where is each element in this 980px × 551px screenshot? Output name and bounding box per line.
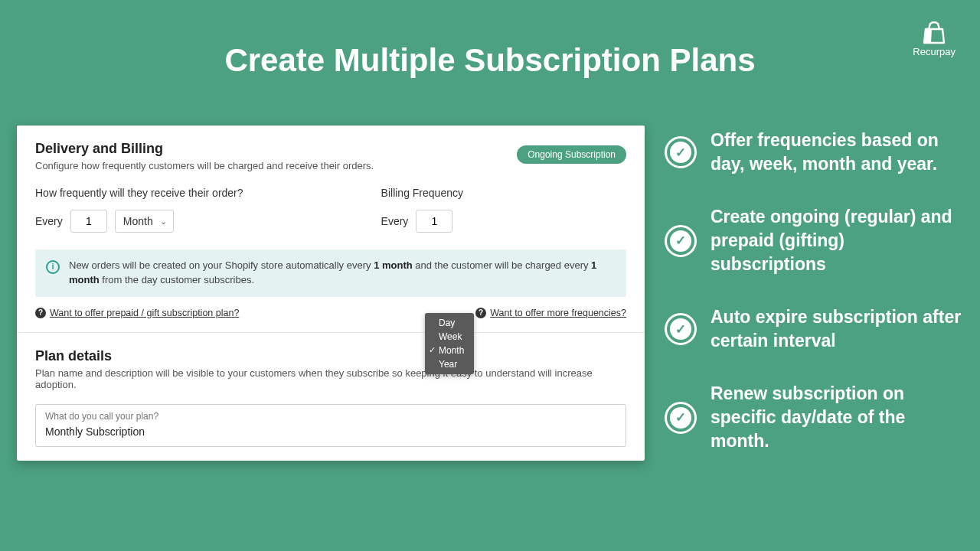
order-frequency-label: How frequently will they receive their o… xyxy=(35,187,243,199)
every-label: Every xyxy=(381,215,409,227)
billing-unit-dropdown[interactable]: Day Week Month Year xyxy=(425,313,474,374)
billing-frequency-label: Billing Frequency xyxy=(381,187,463,199)
delivery-billing-section: Delivery and Billing Configure how frequ… xyxy=(17,126,645,333)
settings-panel: Delivery and Billing Configure how frequ… xyxy=(17,126,645,461)
brand-logo: Recurpay xyxy=(913,21,956,57)
chevron-down-icon: ⌄ xyxy=(160,217,167,227)
shopping-bag-icon xyxy=(921,21,947,44)
check-icon: ✓ xyxy=(665,402,697,434)
question-icon: ? xyxy=(475,308,486,318)
feature-text: Offer frequencies based on day, week, mo… xyxy=(710,129,963,176)
dropdown-option-week[interactable]: Week xyxy=(425,330,474,344)
feature-item: ✓ Renew subscription on specific day/dat… xyxy=(665,382,963,453)
brand-name: Recurpay xyxy=(913,46,956,57)
order-unit-select[interactable]: Month ⌄ xyxy=(115,210,174,233)
dropdown-option-day[interactable]: Day xyxy=(425,316,474,330)
plan-name-field[interactable]: What do you call your plan? xyxy=(35,404,626,447)
check-icon: ✓ xyxy=(665,313,697,345)
info-text: New orders will be created on your Shopi… xyxy=(69,259,616,288)
prepaid-help-link[interactable]: ? Want to offer prepaid / gift subscript… xyxy=(35,308,239,318)
feature-text: Auto expire subscription after certain i… xyxy=(710,305,963,353)
check-icon: ✓ xyxy=(665,136,697,168)
feature-item: ✓ Offer frequencies based on day, week, … xyxy=(665,129,963,176)
billing-frequency-input[interactable] xyxy=(416,210,452,233)
feature-item: ✓ Auto expire subscription after certain… xyxy=(665,305,963,353)
page-title: Create Multiple Subscription Plans xyxy=(0,42,980,79)
plan-details-section: Plan details Plan name and description w… xyxy=(17,333,645,461)
question-icon: ? xyxy=(35,308,46,318)
info-banner: i New orders will be created on your Sho… xyxy=(35,249,626,297)
feature-text: Renew subscription on specific day/date … xyxy=(710,382,963,453)
plan-title: Plan details xyxy=(35,348,626,364)
more-frequencies-help-link[interactable]: ? Want to offer more frequencies? xyxy=(475,308,626,318)
delivery-desc: Configure how frequently customers will … xyxy=(35,160,374,171)
dropdown-option-month[interactable]: Month xyxy=(425,344,474,357)
order-unit-value: Month xyxy=(123,215,153,227)
info-icon: i xyxy=(46,260,60,274)
feature-list: ✓ Offer frequencies based on day, week, … xyxy=(665,129,963,482)
dropdown-option-year[interactable]: Year xyxy=(425,357,474,371)
billing-frequency-block: Billing Frequency Every xyxy=(381,187,463,233)
plan-name-input[interactable] xyxy=(45,425,616,438)
feature-text: Create ongoing (regular) and prepaid (gi… xyxy=(710,205,963,276)
feature-item: ✓ Create ongoing (regular) and prepaid (… xyxy=(665,205,963,276)
plan-desc: Plan name and description will be visibl… xyxy=(35,367,626,390)
delivery-title: Delivery and Billing xyxy=(35,141,374,157)
check-icon: ✓ xyxy=(665,225,697,257)
subscription-type-pill[interactable]: Ongoing Subscription xyxy=(517,145,626,164)
order-frequency-input[interactable] xyxy=(70,210,107,233)
every-label: Every xyxy=(35,215,63,227)
plan-name-label: What do you call your plan? xyxy=(45,411,616,422)
order-frequency-block: How frequently will they receive their o… xyxy=(35,187,243,233)
